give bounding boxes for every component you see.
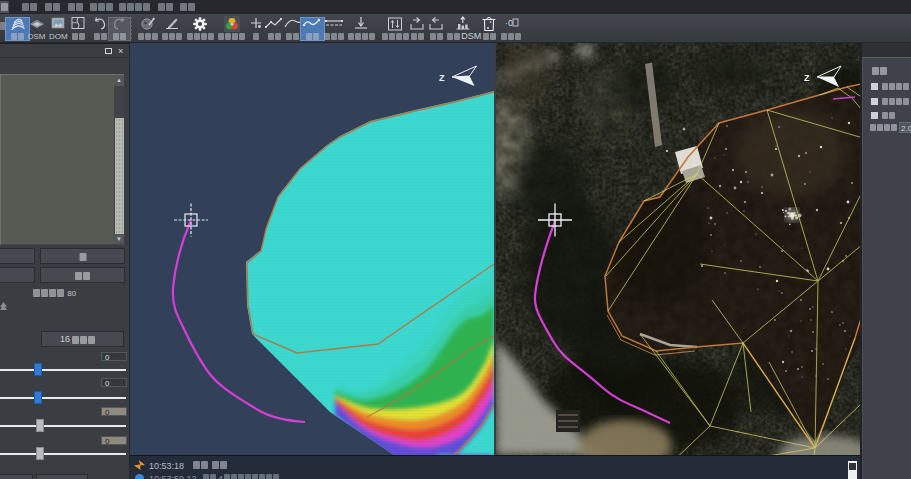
svg-text:Z: Z [804, 73, 810, 83]
svg-text:·0: ·0 [505, 18, 513, 28]
svg-text:Z: Z [439, 73, 445, 83]
